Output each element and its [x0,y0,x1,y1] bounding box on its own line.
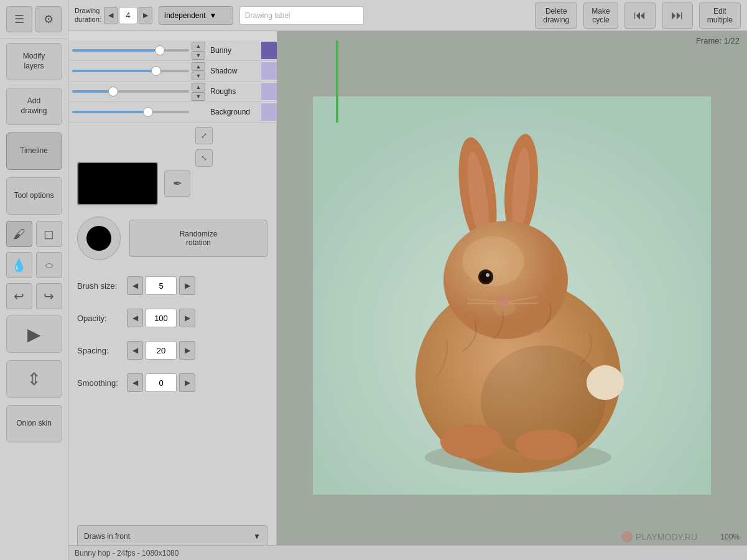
bunny-up[interactable]: ▲ [192,42,205,50]
svg-point-11 [480,271,491,282]
brush-shape-preview[interactable] [77,217,121,260]
roughs-opacity-slider[interactable] [72,90,189,93]
brush-tool-button[interactable]: 🖌 [6,221,32,247]
tool-icons: 🖌 ◻ 💧 ⬭ [0,218,68,281]
frame-info: Frame: 1/22 [696,36,740,45]
brush-preview-area: Randomize rotation [68,212,276,265]
play-icon: ▶ [27,324,41,345]
bunny-down[interactable]: ▼ [192,51,205,60]
bunny-layer-name: Bunny [208,46,258,55]
duration-decrement[interactable]: ◀ [104,7,118,24]
undo-button[interactable]: ↩ [6,283,32,309]
add-drawing-button[interactable]: Add drawing [6,88,62,125]
independent-label: Independent [164,11,206,20]
settings-button[interactable]: ⚙ [35,6,62,32]
spacing-increment[interactable]: ▶ [179,341,195,360]
expand-timeline-button[interactable]: ⤢ [195,127,213,144]
duration-value: 4 [119,7,137,24]
color-swatch[interactable] [77,162,158,205]
canvas-content[interactable] [313,96,711,495]
eraser-tool-button[interactable]: ◻ [36,221,62,247]
lasso-tool-button[interactable]: ⬭ [36,252,62,278]
tool-row-1: 🖌 ◻ [6,221,62,247]
onion-skin-button[interactable]: Onion skin [6,405,62,442]
watermark: 🔴 PLAYMODY.RU [621,531,697,543]
shadow-down[interactable]: ▼ [192,72,205,80]
smoothing-decrement[interactable]: ◀ [127,373,143,392]
brush-size-row: Brush size: ◀ 5 ▶ [68,270,276,297]
svg-point-19 [440,424,503,459]
watermark-text: PLAYMODY.RU [636,532,697,542]
make-cycle-label: Make cycle [592,7,610,24]
opacity-label: Opacity: [77,314,127,323]
shadow-updown: ▲ ▼ [192,62,205,80]
onion-skin-label: Onion skin [16,419,52,429]
spacing-decrement[interactable]: ◀ [127,341,143,360]
background-layer-name: Background [208,108,258,116]
watermark-icon: 🔴 [621,531,633,543]
shrink-timeline-button[interactable]: ⤡ [195,149,213,167]
zoom-percent: 100% [700,531,740,543]
shadow-up[interactable]: ▲ [192,62,205,71]
modify-layers-button[interactable]: Modify layers [6,43,62,80]
tool-options-button[interactable]: Tool options [6,177,62,215]
opacity-row: Opacity: ◀ 100 ▶ [68,302,276,330]
svg-point-9 [462,236,524,286]
tool-options-label: Tool options [14,191,53,201]
smoothing-increment[interactable]: ▶ [179,373,195,392]
playback-speed-control[interactable]: ⇕ [6,360,62,398]
randomize-rotation-button[interactable]: Randomize rotation [129,220,267,257]
menu-button[interactable]: ☰ [6,6,32,32]
svg-point-21 [587,365,624,400]
prev-frame-button[interactable]: ⏮ [624,2,656,29]
opacity-value: 100 [146,309,177,327]
edit-multiple-button[interactable]: Edit multiple [699,2,741,29]
smoothing-label: Smoothing: [77,378,127,388]
independent-dropdown[interactable]: Independent ▼ [159,6,233,25]
fill-tool-button[interactable]: 💧 [6,252,32,278]
status-bar: Bunny hop - 24fps - 1080x1080 [68,545,747,560]
make-cycle-button[interactable]: Make cycle [583,2,618,29]
duration-stepper: ◀ 4 ▶ [104,7,152,24]
brush-size-decrement[interactable]: ◀ [127,276,143,295]
opacity-increment[interactable]: ▶ [179,309,195,327]
bunny-opacity-slider[interactable] [72,49,189,52]
timeline-label: Timeline [20,146,48,156]
smoothing-row: Smoothing: ◀ 0 ▶ [68,367,276,394]
brush-size-increment[interactable]: ▶ [179,276,195,295]
left-sidebar: ☰ ⚙ Modify layers Add drawing Timeline T… [0,0,68,560]
svg-point-20 [515,429,577,460]
bunny-controls: ▲ ▼ Bunny [68,40,261,61]
smoothing-control: ◀ 0 ▶ [127,373,195,392]
roughs-down[interactable]: ▼ [192,92,205,101]
spacing-row: Spacing: ◀ 20 ▶ [68,335,276,362]
chevron-down-icon: ▼ [210,11,217,20]
background-opacity-slider[interactable] [72,111,189,113]
spacing-value: 20 [146,341,177,360]
left-panel: ✒ Randomize rotation Brush size: ◀ 5 ▶ O… [68,124,277,560]
timeline-button[interactable]: Timeline [6,133,62,170]
draws-front-label: Draws in front [84,532,130,541]
bunny-updown: ▲ ▼ [192,42,205,60]
roughs-updown: ▲ ▼ [192,83,205,101]
edit-multiple-label: Edit multiple [707,7,733,24]
opacity-decrement[interactable]: ◀ [127,309,143,327]
draws-front-dropdown[interactable]: Draws in front ▼ [77,525,267,548]
gear-icon: ⚙ [44,12,53,26]
tool-row-2: 💧 ⬭ [6,252,62,278]
add-drawing-label: Add drawing [21,96,47,116]
film-prev-icon: ⏮ [634,8,646,22]
next-frame-button[interactable]: ⏭ [662,2,693,29]
duration-increment[interactable]: ▶ [139,7,152,24]
roughs-up[interactable]: ▲ [192,83,205,91]
film-next-icon: ⏭ [671,8,684,22]
drawing-label-input[interactable]: Drawing label [239,6,364,25]
delete-drawing-button[interactable]: Delete drawing [535,2,577,29]
smoothing-value: 0 [146,373,177,392]
shadow-opacity-slider[interactable] [72,70,189,72]
eyedropper-icon: ✒ [173,177,182,190]
redo-button[interactable]: ↪ [36,283,62,309]
play-button[interactable]: ▶ [6,315,62,353]
eyedropper-button[interactable]: ✒ [164,170,190,197]
brush-size-label: Brush size: [77,281,127,291]
